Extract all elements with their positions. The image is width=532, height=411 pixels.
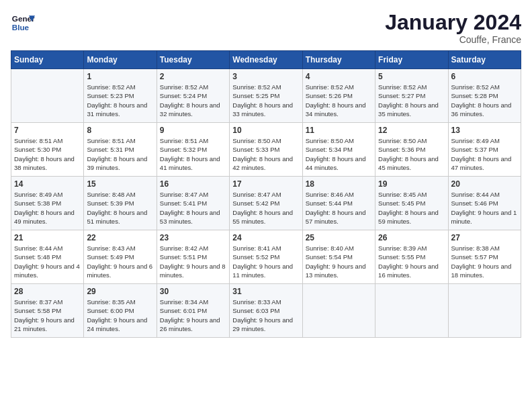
day-detail: Sunrise: 8:50 AMSunset: 5:36 PMDaylight:…: [378, 136, 445, 172]
day-cell: 31 Sunrise: 8:33 AMSunset: 6:03 PMDaylig…: [230, 284, 302, 338]
day-detail: Sunrise: 8:44 AMSunset: 5:48 PMDaylight:…: [14, 244, 81, 279]
day-number: 29: [87, 287, 153, 296]
day-cell: 13 Sunrise: 8:49 AMSunset: 5:37 PMDaylig…: [448, 123, 521, 177]
day-detail: Sunrise: 8:52 AMSunset: 5:26 PMDaylight:…: [306, 83, 372, 118]
day-detail: Sunrise: 8:37 AMSunset: 5:58 PMDaylight:…: [14, 298, 81, 333]
day-cell: 24 Sunrise: 8:41 AMSunset: 5:52 PMDaylig…: [230, 230, 302, 284]
day-number: 27: [451, 233, 518, 242]
day-number: 11: [306, 126, 372, 135]
day-detail: Sunrise: 8:49 AMSunset: 5:37 PMDaylight:…: [451, 136, 518, 172]
header-row: Sunday Monday Tuesday Wednesday Thursday…: [11, 51, 521, 69]
day-detail: Sunrise: 8:52 AMSunset: 5:28 PMDaylight:…: [451, 83, 518, 118]
week-row-1: 1 Sunrise: 8:52 AMSunset: 5:23 PMDayligh…: [11, 69, 521, 123]
day-detail: Sunrise: 8:50 AMSunset: 5:34 PMDaylight:…: [306, 136, 372, 172]
day-number: 13: [451, 126, 518, 135]
day-cell: 2 Sunrise: 8:52 AMSunset: 5:24 PMDayligh…: [157, 69, 229, 123]
day-cell: 7 Sunrise: 8:51 AMSunset: 5:30 PMDayligh…: [11, 123, 84, 177]
day-number: 24: [232, 233, 299, 242]
day-cell: 15 Sunrise: 8:48 AMSunset: 5:39 PMDaylig…: [84, 177, 157, 230]
day-cell: [448, 284, 521, 338]
day-detail: Sunrise: 8:33 AMSunset: 6:03 PMDaylight:…: [232, 298, 299, 333]
day-cell: 4 Sunrise: 8:52 AMSunset: 5:26 PMDayligh…: [302, 69, 375, 123]
day-detail: Sunrise: 8:52 AMSunset: 5:25 PMDaylight:…: [232, 83, 299, 118]
day-number: 6: [451, 72, 518, 81]
day-cell: 14 Sunrise: 8:49 AMSunset: 5:38 PMDaylig…: [11, 177, 84, 230]
logo: General Blue: [11, 11, 35, 35]
day-cell: [11, 69, 84, 123]
day-number: 2: [160, 72, 226, 81]
day-number: 8: [87, 126, 153, 135]
day-cell: 9 Sunrise: 8:51 AMSunset: 5:32 PMDayligh…: [157, 123, 229, 177]
day-detail: Sunrise: 8:52 AMSunset: 5:24 PMDaylight:…: [160, 83, 226, 118]
week-row-2: 7 Sunrise: 8:51 AMSunset: 5:30 PMDayligh…: [11, 123, 521, 177]
day-number: 20: [451, 179, 518, 189]
page-header: General Blue January 2024 Couffe, France: [11, 11, 521, 45]
day-cell: 3 Sunrise: 8:52 AMSunset: 5:25 PMDayligh…: [230, 69, 302, 123]
day-cell: 30 Sunrise: 8:34 AMSunset: 6:01 PMDaylig…: [157, 284, 229, 338]
day-detail: Sunrise: 8:46 AMSunset: 5:44 PMDaylight:…: [306, 190, 372, 226]
month-title: January 2024: [385, 11, 521, 34]
day-detail: Sunrise: 8:47 AMSunset: 5:41 PMDaylight:…: [160, 190, 226, 226]
day-number: 18: [306, 179, 372, 189]
day-detail: Sunrise: 8:44 AMSunset: 5:46 PMDaylight:…: [451, 190, 518, 226]
day-detail: Sunrise: 8:45 AMSunset: 5:45 PMDaylight:…: [378, 190, 445, 226]
day-cell: 6 Sunrise: 8:52 AMSunset: 5:28 PMDayligh…: [448, 69, 521, 123]
day-detail: Sunrise: 8:47 AMSunset: 5:42 PMDaylight:…: [232, 190, 299, 226]
day-cell: 17 Sunrise: 8:47 AMSunset: 5:42 PMDaylig…: [230, 177, 302, 230]
day-cell: 5 Sunrise: 8:52 AMSunset: 5:27 PMDayligh…: [375, 69, 448, 123]
day-detail: Sunrise: 8:52 AMSunset: 5:27 PMDaylight:…: [378, 83, 445, 118]
title-block: January 2024 Couffe, France: [385, 11, 521, 45]
header-thursday: Thursday: [302, 51, 375, 69]
day-number: 4: [306, 72, 372, 81]
day-detail: Sunrise: 8:49 AMSunset: 5:38 PMDaylight:…: [14, 190, 81, 226]
day-detail: Sunrise: 8:42 AMSunset: 5:51 PMDaylight:…: [160, 244, 226, 279]
header-saturday: Saturday: [448, 51, 521, 69]
day-cell: 10 Sunrise: 8:50 AMSunset: 5:33 PMDaylig…: [230, 123, 302, 177]
day-cell: 28 Sunrise: 8:37 AMSunset: 5:58 PMDaylig…: [11, 284, 84, 338]
location: Couffe, France: [385, 34, 521, 45]
header-friday: Friday: [375, 51, 448, 69]
day-number: 14: [14, 179, 81, 189]
day-cell: 29 Sunrise: 8:35 AMSunset: 6:00 PMDaylig…: [84, 284, 157, 338]
day-number: 16: [160, 179, 226, 189]
day-number: 3: [232, 72, 299, 81]
day-detail: Sunrise: 8:35 AMSunset: 6:00 PMDaylight:…: [87, 298, 153, 333]
day-cell: 8 Sunrise: 8:51 AMSunset: 5:31 PMDayligh…: [84, 123, 157, 177]
day-cell: 16 Sunrise: 8:47 AMSunset: 5:41 PMDaylig…: [157, 177, 229, 230]
day-cell: 19 Sunrise: 8:45 AMSunset: 5:45 PMDaylig…: [375, 177, 448, 230]
day-number: 31: [232, 287, 299, 296]
header-wednesday: Wednesday: [230, 51, 302, 69]
day-cell: 22 Sunrise: 8:43 AMSunset: 5:49 PMDaylig…: [84, 230, 157, 284]
calendar-header: Sunday Monday Tuesday Wednesday Thursday…: [11, 51, 521, 69]
day-cell: 12 Sunrise: 8:50 AMSunset: 5:36 PMDaylig…: [375, 123, 448, 177]
day-number: 15: [87, 179, 153, 189]
day-detail: Sunrise: 8:48 AMSunset: 5:39 PMDaylight:…: [87, 190, 153, 226]
day-cell: 26 Sunrise: 8:39 AMSunset: 5:55 PMDaylig…: [375, 230, 448, 284]
day-number: 10: [232, 126, 299, 135]
day-number: 30: [160, 287, 226, 296]
day-detail: Sunrise: 8:38 AMSunset: 5:57 PMDaylight:…: [451, 244, 518, 279]
day-detail: Sunrise: 8:52 AMSunset: 5:23 PMDaylight:…: [87, 83, 153, 118]
day-cell: 23 Sunrise: 8:42 AMSunset: 5:51 PMDaylig…: [157, 230, 229, 284]
header-tuesday: Tuesday: [157, 51, 229, 69]
day-cell: 25 Sunrise: 8:40 AMSunset: 5:54 PMDaylig…: [302, 230, 375, 284]
day-number: 25: [306, 233, 372, 242]
day-number: 9: [160, 126, 226, 135]
day-number: 12: [378, 126, 445, 135]
day-cell: 27 Sunrise: 8:38 AMSunset: 5:57 PMDaylig…: [448, 230, 521, 284]
day-detail: Sunrise: 8:51 AMSunset: 5:31 PMDaylight:…: [87, 136, 153, 172]
day-number: 19: [378, 179, 445, 189]
calendar-body: 1 Sunrise: 8:52 AMSunset: 5:23 PMDayligh…: [11, 69, 521, 338]
day-number: 26: [378, 233, 445, 242]
day-number: 7: [14, 126, 81, 135]
day-number: 1: [87, 72, 153, 81]
day-cell: 11 Sunrise: 8:50 AMSunset: 5:34 PMDaylig…: [302, 123, 375, 177]
calendar-table: Sunday Monday Tuesday Wednesday Thursday…: [11, 50, 521, 338]
day-detail: Sunrise: 8:51 AMSunset: 5:32 PMDaylight:…: [160, 136, 226, 172]
week-row-4: 21 Sunrise: 8:44 AMSunset: 5:48 PMDaylig…: [11, 230, 521, 284]
header-monday: Monday: [84, 51, 157, 69]
day-cell: [302, 284, 375, 338]
day-detail: Sunrise: 8:43 AMSunset: 5:49 PMDaylight:…: [87, 244, 153, 279]
svg-text:Blue: Blue: [12, 23, 30, 32]
day-number: 28: [14, 287, 81, 296]
